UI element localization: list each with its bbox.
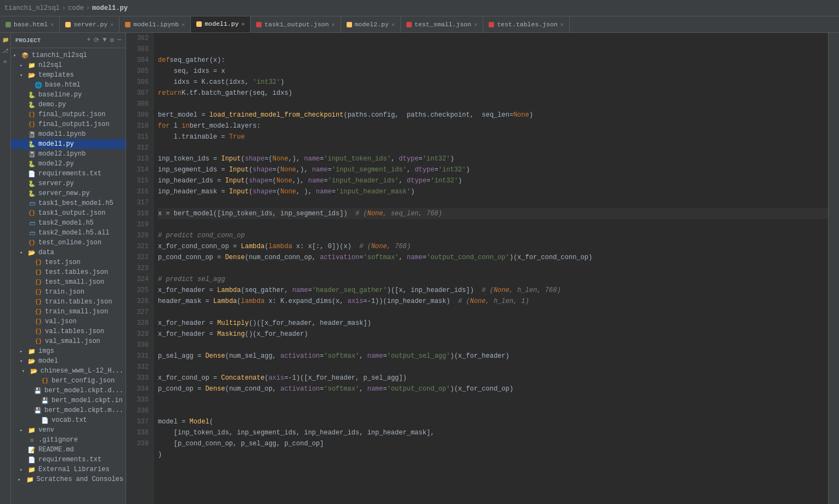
sidebar-item-Scratches-and-Consoles[interactable]: ▸ 📁 Scratches and Consoles (11, 474, 126, 484)
sidebar-item-model[interactable]: ▾ 📂 model (11, 356, 126, 366)
sidebar-item-baseline-py[interactable]: 🐍 baseline.py (11, 90, 126, 100)
sidebar-item-model1-py[interactable]: 🐍 model1.py (11, 139, 126, 149)
line-number-304: 304 (126, 55, 149, 66)
sidebar-item-test-tables-json[interactable]: {} test.tables.json (11, 267, 126, 277)
code-line-308: for l in bert_model.layers: (158, 121, 828, 131)
tab-close-model1_ipynb[interactable]: ✕ (182, 21, 185, 28)
item-icon: {} (34, 328, 43, 335)
item-label: templates (38, 71, 74, 79)
tab-model1_py[interactable]: model1.py✕ (191, 16, 251, 32)
sidebar-item-task1-output-json[interactable]: {} task1_output.json (11, 208, 126, 218)
item-label: README.md (38, 446, 74, 454)
sidebar-item-data[interactable]: ▾ 📂 data (11, 248, 126, 257)
item-icon: 📄 (27, 456, 36, 463)
sidebar-item-model1-ipynb[interactable]: 📓 model1.ipynb (11, 129, 126, 139)
sidebar-item-bert-model-ckpt-m---[interactable]: 💾 bert_model.ckpt.m... (11, 405, 126, 415)
item-icon: {} (27, 121, 36, 128)
code-content[interactable]: def seq_gather(x): seq, idxs = x idxs = … (154, 33, 828, 504)
sidebar-tree: ▾📦tianchi_nl2sql ▸ 📁 nl2sql ▾ 📂 template… (11, 48, 126, 504)
sidebar-item-server-py[interactable]: 🐍 server.py (11, 179, 126, 188)
sidebar-item-test-online-json[interactable]: {} test_online.json (11, 238, 126, 248)
tab-close-server_py[interactable]: ✕ (110, 21, 114, 28)
project-icon[interactable]: 📁 (1, 35, 10, 45)
item-icon: {} (27, 209, 36, 217)
sidebar-item-final-output-json[interactable]: {} final_output.json (11, 110, 126, 119)
vcs-icon[interactable]: ⎇ (1, 46, 10, 56)
tab-test_tables_json[interactable]: test.tables.json✕ (483, 16, 569, 32)
tab-task1_output_json[interactable]: task1_output.json✕ (251, 16, 341, 32)
sidebar-item-val-tables-json[interactable]: {} val.tables.json (11, 327, 126, 336)
sidebar-settings-icon[interactable]: ⚙ (110, 36, 114, 44)
line-number-314: 314 (126, 164, 149, 175)
sidebar-item-task1-best-model-h5[interactable]: 🗃 task1_best_model.h5 (11, 198, 126, 208)
item-label: test_small.json (45, 278, 104, 286)
sidebar-item-README-md[interactable]: 📝 README.md (11, 445, 126, 455)
item-label: train_small.json (45, 308, 108, 316)
sidebar-item-model2-ipynb[interactable]: 📓 model2.ipynb (11, 149, 126, 159)
sidebar-item-val-small-json[interactable]: {} val_small.json (11, 336, 126, 346)
sidebar-item-requirements-txt[interactable]: 📄 requirements.txt (11, 169, 126, 179)
sidebar-item-val-json[interactable]: {} val.json (11, 317, 126, 327)
code-line-329: p_sel_agg = Dense(num_sel_agg, activatio… (158, 351, 828, 362)
sidebar-item-test-json[interactable]: {} test.json (11, 257, 126, 267)
code-editor[interactable]: 3023033043053063073083093103113123133143… (126, 33, 828, 504)
sidebar-item-requirements-txt[interactable]: 📄 requirements.txt (11, 455, 126, 465)
sidebar-filter-icon[interactable]: ▼ (103, 36, 106, 44)
sidebar-item-venv[interactable]: ▸ 📁 venv (11, 425, 126, 435)
item-icon: 📂 (27, 71, 36, 79)
item-icon: 💾 (41, 397, 49, 404)
tab-close-test_tables_json[interactable]: ✕ (560, 21, 564, 28)
sidebar-close-icon[interactable]: — (117, 36, 121, 44)
item-label: task1_best_model.h5 (38, 199, 114, 207)
sidebar-item-final-output1-json[interactable]: {} final_output1.json (11, 119, 126, 129)
tab-icon-model1_py (196, 21, 202, 27)
sidebar-item-train-json[interactable]: {} train.json (11, 287, 126, 297)
sidebar-add-icon[interactable]: + (87, 36, 90, 44)
sidebar-sync-icon[interactable]: ⟳ (94, 36, 99, 44)
item-label: chinese_wwm_L-12_H... (41, 367, 123, 375)
top-bar: tianchi_nl2sql › code › model1.py (0, 0, 839, 16)
sidebar-title: Project (15, 37, 41, 44)
sidebar-item-train-tables-json[interactable]: {} train.tables.json (11, 297, 126, 307)
sidebar-item-vocab-txt[interactable]: 📄 vocab.txt (11, 415, 126, 425)
sidebar-item-bert-model-ckpt-d---[interactable]: 💾 bert_model.ckpt.d... (11, 386, 126, 396)
sidebar-item--gitignore[interactable]: ⚙ .gitignore (11, 435, 126, 445)
tab-server_py[interactable]: server.py✕ (60, 16, 120, 32)
sidebar-item-test-small-json[interactable]: {} test_small.json (11, 277, 126, 287)
sidebar-item-demo-py[interactable]: 🐍 demo.py (11, 100, 126, 110)
left-tool-panel: 📁 ⎇ ≡ (0, 33, 11, 504)
tab-test_small_json[interactable]: test_small.json✕ (401, 16, 484, 32)
sidebar-item-task2-model-h5[interactable]: 🗃 task2_model.h5 (11, 218, 126, 228)
tab-close-task1_output_json[interactable]: ✕ (332, 21, 335, 28)
tab-close-model2_py[interactable]: ✕ (392, 21, 395, 28)
tab-base_html[interactable]: base.html✕ (0, 16, 60, 32)
tab-icon-model1_ipynb (125, 22, 131, 27)
sidebar-item-bert-config-json[interactable]: {} bert_config.json (11, 376, 126, 386)
code-line-314: inp_header_mask = Input(shape=(None, ), … (158, 186, 828, 197)
sidebar-item-templates[interactable]: ▾ 📂 templates (11, 70, 126, 80)
code-line-317 (158, 219, 828, 230)
sidebar-item-task2-model-h5-all[interactable]: 🗃 task2_model.h5.all (11, 228, 126, 238)
structure-icon[interactable]: ≡ (1, 57, 10, 67)
sidebar-item-train-small-json[interactable]: {} train_small.json (11, 307, 126, 317)
sidebar-item-nl2sql[interactable]: ▸ 📁 nl2sql (11, 60, 126, 70)
tab-model1_ipynb[interactable]: model1.ipynb✕ (120, 16, 191, 32)
sidebar-item-base-html[interactable]: 🌐 base.html (11, 80, 126, 90)
sidebar-root[interactable]: ▾📦tianchi_nl2sql (11, 50, 126, 60)
sidebar-item-imgs[interactable]: ▸ 📁 imgs (11, 346, 126, 356)
tab-close-model1_py[interactable]: ✕ (241, 21, 245, 27)
tab-icon-server_py (65, 22, 71, 27)
sidebar-item-chinese-wwm-L-12-H---[interactable]: ▾ 📂 chinese_wwm_L-12_H... (11, 366, 126, 376)
right-panel (828, 33, 839, 504)
sidebar-item-External-Libraries[interactable]: ▸ 📁 External Libraries (11, 465, 126, 474)
item-icon: {} (34, 298, 43, 306)
tab-icon-test_tables_json (489, 22, 494, 27)
sidebar-item-server-new-py[interactable]: 🐍 server_new.py (11, 188, 126, 198)
breadcrumb: tianchi_nl2sql › code › model1.py (4, 4, 128, 12)
tab-close-base_html[interactable]: ✕ (50, 21, 54, 28)
tab-model2_py[interactable]: model2.py✕ (341, 16, 401, 32)
sidebar-item-model2-py[interactable]: 🐍 model2.py (11, 159, 126, 169)
tab-close-test_small_json[interactable]: ✕ (474, 21, 477, 28)
line-number-310: 310 (126, 121, 149, 131)
sidebar-item-bert-model-ckpt-in[interactable]: 💾 bert_model.ckpt.in (11, 396, 126, 405)
